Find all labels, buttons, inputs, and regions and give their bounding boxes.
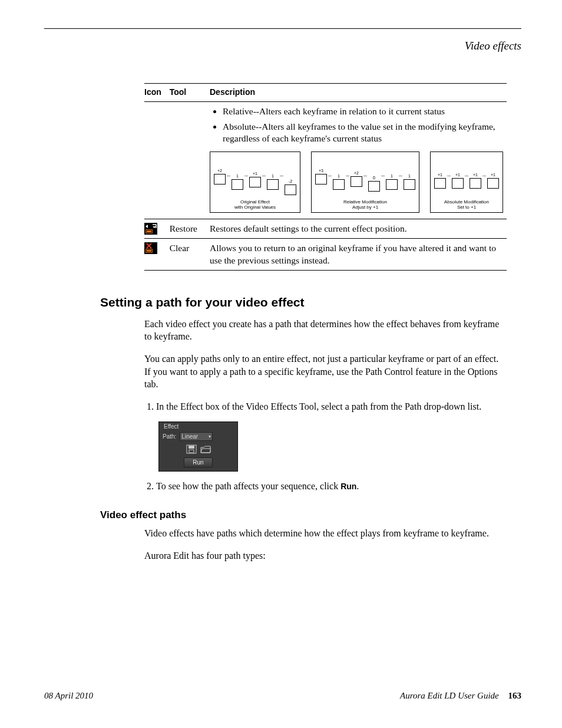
bullet-relative: Relative--Alters each keyframe in relati… xyxy=(223,106,503,117)
path-dropdown[interactable]: Linear xyxy=(180,432,213,441)
footer-guide: Aurora Edit LD User Guide xyxy=(400,691,499,700)
page-container: Video effects Icon Tool Description R xyxy=(44,28,521,572)
svg-rect-9 xyxy=(189,446,194,449)
footer-page-number: 163 xyxy=(508,691,522,700)
restore-icon xyxy=(144,219,170,239)
restore-tool-label: Restore xyxy=(170,219,210,239)
steps-list: In the Effect box of the Video Effects T… xyxy=(144,400,501,413)
table-region: Icon Tool Description Relative--Alters e… xyxy=(144,83,507,271)
diagram-relative: +3 1 +2 0 1 1 xyxy=(311,151,419,213)
section-p1: Each video effect you create has a path … xyxy=(144,318,501,343)
step-1: In the Effect box of the Video Effects T… xyxy=(156,400,501,413)
running-header: Video effects xyxy=(44,39,521,52)
path-label: Path: xyxy=(163,433,176,440)
step-2: To see how the path affects your sequenc… xyxy=(156,480,501,493)
th-icon: Icon xyxy=(144,84,170,101)
clear-icon xyxy=(144,239,170,270)
steps-list-2: To see how the path affects your sequenc… xyxy=(144,480,501,493)
clear-tool-label: Clear xyxy=(170,239,210,270)
section-heading: Setting a path for your video effect xyxy=(100,295,521,309)
table-row-continuation: Relative--Alters each keyframe in relati… xyxy=(144,101,507,219)
restore-description: Restores default settings to the current… xyxy=(210,219,507,239)
svg-rect-10 xyxy=(189,450,194,453)
save-icon[interactable] xyxy=(186,444,197,454)
table-row-clear: Clear Allows you to return to an origina… xyxy=(144,239,507,270)
table-row-restore: Restore Restores default settings to the… xyxy=(144,219,507,239)
diagram-row: +2 1 +1 1 -2 Origin xyxy=(210,151,503,213)
svg-rect-3 xyxy=(147,230,151,232)
footer-date: 08 April 2010 xyxy=(44,691,93,701)
diagram-original: +2 1 +1 1 -2 Origin xyxy=(210,151,300,213)
section-p2: You can apply paths only to an entire ef… xyxy=(144,353,501,391)
page-footer: 08 April 2010 Aurora Edit LD User Guide … xyxy=(44,691,521,701)
open-icon[interactable] xyxy=(200,444,211,454)
th-description: Description xyxy=(210,84,507,101)
effect-panel: Effect Path: Linear Run xyxy=(158,421,238,472)
subsection-p1: Video effects have paths which determine… xyxy=(144,527,501,540)
tool-table: Icon Tool Description Relative--Alters e… xyxy=(144,83,507,271)
bullet-absolute: Absolute--Alters all keyframes to the va… xyxy=(223,121,503,144)
subsection-heading: Video effect paths xyxy=(100,509,521,521)
subsection-p2: Aurora Edit has four path types: xyxy=(144,549,501,562)
th-tool: Tool xyxy=(170,84,210,101)
svg-rect-7 xyxy=(147,250,151,252)
description-bullets: Relative--Alters each keyframe in relati… xyxy=(210,106,503,144)
run-button[interactable]: Run xyxy=(184,457,212,467)
effect-legend: Effect xyxy=(163,423,180,430)
clear-description: Allows you to return to an original keyf… xyxy=(210,239,507,270)
effect-icon-row xyxy=(163,444,234,454)
diagram-absolute: +1 +1 +1 +1 Absolute ModificationSet to … xyxy=(430,151,503,213)
